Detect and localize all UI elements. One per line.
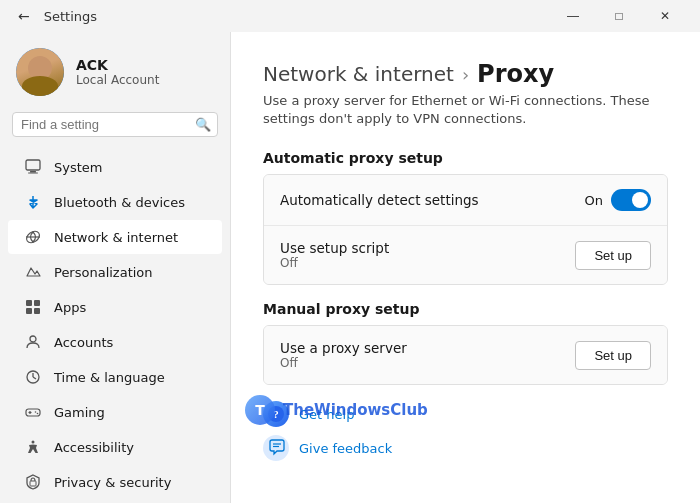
give-feedback-icon <box>263 435 289 461</box>
breadcrumb-parent[interactable]: Network & internet <box>263 62 454 86</box>
auto-detect-row: Automatically detect settings On <box>264 175 667 225</box>
sidebar: ACK Local Account 🔍 System Bluetooth & d… <box>0 32 230 503</box>
back-icon[interactable]: ← <box>12 6 36 26</box>
sidebar-label-apps: Apps <box>54 300 86 315</box>
search-box[interactable]: 🔍 <box>12 112 218 137</box>
use-proxy-row: Use a proxy server Off Set up <box>264 326 667 384</box>
sidebar-item-accessibility[interactable]: Accessibility <box>8 430 222 464</box>
svg-text:?: ? <box>273 408 279 420</box>
sidebar-item-apps[interactable]: Apps <box>8 290 222 324</box>
svg-rect-7 <box>26 308 32 314</box>
svg-point-17 <box>37 413 39 415</box>
title-bar: ← Settings — □ ✕ <box>0 0 700 32</box>
svg-line-12 <box>33 377 36 379</box>
setup-script-label: Use setup script <box>280 240 389 256</box>
breadcrumb-sep: › <box>462 64 469 85</box>
svg-rect-2 <box>28 173 38 174</box>
auto-detect-label: Automatically detect settings <box>280 192 479 208</box>
svg-point-16 <box>35 411 37 413</box>
setup-script-button[interactable]: Set up <box>575 241 651 270</box>
get-help-icon: ? <box>263 401 289 427</box>
close-button[interactable]: ✕ <box>642 0 688 32</box>
search-input[interactable] <box>21 117 189 132</box>
use-proxy-label: Use a proxy server <box>280 340 407 356</box>
profile-section[interactable]: ACK Local Account <box>0 32 230 108</box>
maximize-button[interactable]: □ <box>596 0 642 32</box>
get-help-label: Get help <box>299 407 354 422</box>
toggle-on-label: On <box>585 193 603 208</box>
page-description: Use a proxy server for Ethernet or Wi-Fi… <box>263 92 668 128</box>
svg-rect-8 <box>34 308 40 314</box>
svg-rect-13 <box>26 409 40 416</box>
privacy-icon <box>24 473 42 491</box>
manual-section-title: Manual proxy setup <box>263 301 668 317</box>
window-controls: — □ ✕ <box>550 0 688 32</box>
get-help-link[interactable]: ? Get help <box>263 401 668 427</box>
sidebar-label-system: System <box>54 160 102 175</box>
bluetooth-icon <box>24 193 42 211</box>
use-proxy-value: Off <box>280 356 407 370</box>
breadcrumb: Network & internet › Proxy <box>263 60 668 88</box>
sidebar-item-personalization[interactable]: Personalization <box>8 255 222 289</box>
nav-list: System Bluetooth & devices Network & int… <box>0 145 230 503</box>
auto-section-title: Automatic proxy setup <box>263 150 668 166</box>
svg-rect-0 <box>26 160 40 170</box>
minimize-button[interactable]: — <box>550 0 596 32</box>
accounts-icon <box>24 333 42 351</box>
sidebar-item-privacy[interactable]: Privacy & security <box>8 465 222 499</box>
profile-type: Local Account <box>76 73 159 87</box>
profile-name: ACK <box>76 57 159 73</box>
sidebar-item-gaming[interactable]: Gaming <box>8 395 222 429</box>
svg-point-18 <box>32 441 35 444</box>
auto-detect-toggle[interactable] <box>611 189 651 211</box>
setup-script-value: Off <box>280 256 389 270</box>
setup-script-row: Use setup script Off Set up <box>264 225 667 284</box>
give-feedback-link[interactable]: Give feedback <box>263 435 668 461</box>
avatar <box>16 48 64 96</box>
sidebar-label-privacy: Privacy & security <box>54 475 171 490</box>
sidebar-label-accessibility: Accessibility <box>54 440 134 455</box>
svg-rect-5 <box>26 300 32 306</box>
svg-rect-19 <box>30 481 36 486</box>
manual-proxy-card: Use a proxy server Off Set up <box>263 325 668 385</box>
bottom-links: ? Get help Give feedback <box>263 401 668 461</box>
apps-icon <box>24 298 42 316</box>
sidebar-label-time: Time & language <box>54 370 165 385</box>
svg-rect-1 <box>30 171 36 173</box>
system-icon <box>24 158 42 176</box>
window-title: Settings <box>44 9 97 24</box>
breadcrumb-current: Proxy <box>477 60 554 88</box>
svg-point-9 <box>30 336 36 342</box>
gaming-icon <box>24 403 42 421</box>
sidebar-label-bluetooth: Bluetooth & devices <box>54 195 185 210</box>
main-content: Network & internet › Proxy Use a proxy s… <box>230 32 700 503</box>
personalization-icon <box>24 263 42 281</box>
sidebar-item-bluetooth[interactable]: Bluetooth & devices <box>8 185 222 219</box>
auto-proxy-card: Automatically detect settings On Use set… <box>263 174 668 285</box>
sidebar-label-accounts: Accounts <box>54 335 113 350</box>
search-icon: 🔍 <box>195 117 211 132</box>
sidebar-label-network: Network & internet <box>54 230 178 245</box>
sidebar-label-gaming: Gaming <box>54 405 105 420</box>
app-body: ACK Local Account 🔍 System Bluetooth & d… <box>0 32 700 503</box>
sidebar-item-system[interactable]: System <box>8 150 222 184</box>
time-icon <box>24 368 42 386</box>
sidebar-item-accounts[interactable]: Accounts <box>8 325 222 359</box>
give-feedback-label: Give feedback <box>299 441 392 456</box>
network-icon <box>24 228 42 246</box>
accessibility-icon <box>24 438 42 456</box>
svg-rect-6 <box>34 300 40 306</box>
sidebar-item-network[interactable]: Network & internet <box>8 220 222 254</box>
sidebar-item-time[interactable]: Time & language <box>8 360 222 394</box>
sidebar-label-personalization: Personalization <box>54 265 153 280</box>
proxy-setup-button[interactable]: Set up <box>575 341 651 370</box>
